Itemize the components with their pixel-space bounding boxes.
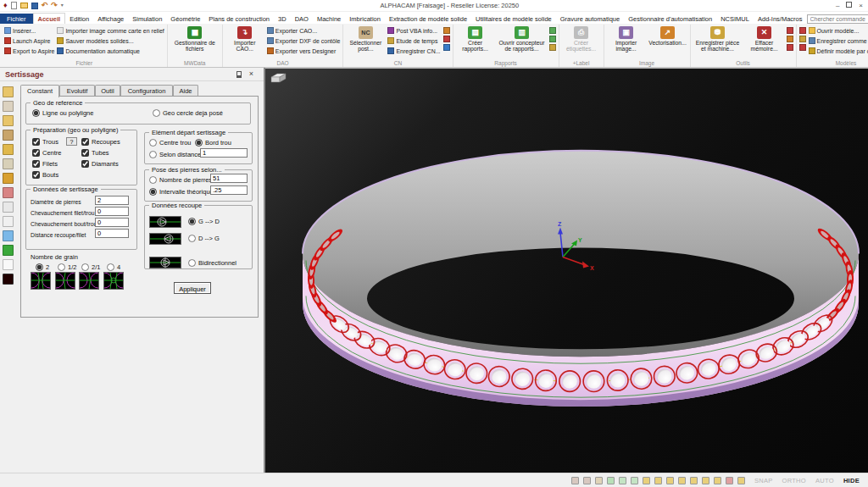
checkbox-centre[interactable]: Centre	[32, 149, 62, 157]
nombre-pierres-input[interactable]	[210, 174, 248, 183]
enregistrer-modele-button[interactable]: Enregistrer comme modèle...	[809, 36, 868, 46]
radio-grain-2[interactable]: 2	[36, 263, 49, 271]
tab-addins[interactable]: Add-Ins/Macros	[754, 14, 807, 24]
workplane-toggle-icon[interactable]	[737, 477, 745, 484]
enregistrer-cn-button[interactable]: Enregistrer CN...	[387, 46, 440, 56]
exporter-designer-button[interactable]: Exporter vers Designer	[267, 46, 341, 56]
outils-extra-3-icon[interactable]	[787, 44, 793, 51]
etude-temps-button[interactable]: Etude de temps	[387, 36, 440, 46]
grain-preview-2[interactable]	[55, 272, 75, 290]
radio-recoupe-dg[interactable]: D --> G	[188, 235, 220, 242]
modele-defaut-button[interactable]: Définir modèle par défaut...	[809, 46, 868, 56]
radio-geo-cercle[interactable]: Geo cercle deja posé	[153, 109, 223, 117]
radio-grain-2-1[interactable]: 2/1	[81, 263, 100, 271]
cn-extra-3-icon[interactable]	[443, 44, 450, 51]
tab-dao[interactable]: DAO	[291, 14, 313, 24]
ouvrir-modele-button[interactable]: Ouvrir modèle...	[809, 25, 868, 36]
panel-tab-evolutif[interactable]: Evolutif	[59, 85, 95, 97]
creer-rapports-button[interactable]: ▤ Créer rapports...	[456, 25, 495, 53]
cube-top-icon[interactable]	[643, 477, 650, 484]
exporter-dxf-button[interactable]: Exporter DXF de contôle	[267, 36, 341, 46]
cube-front-icon[interactable]	[654, 477, 662, 484]
radio-centre-trou[interactable]: Centre trou	[149, 139, 192, 147]
tab-imbrication[interactable]: Imbrication	[345, 14, 385, 24]
modeles-extra-3-icon[interactable]	[799, 44, 806, 51]
cube-back-icon[interactable]	[690, 477, 698, 484]
search-input[interactable]	[808, 16, 868, 22]
educ-nc-icon[interactable]	[3, 216, 14, 227]
rapports-extra-2-icon[interactable]	[549, 36, 556, 42]
favorites-heart-icon[interactable]	[3, 274, 14, 285]
radio-recoupe-gd[interactable]: G --> D	[188, 218, 220, 225]
appliquer-button[interactable]: Appliquer	[174, 282, 211, 294]
radio-grain-4[interactable]: 4	[107, 263, 120, 271]
chev-bout-input[interactable]	[95, 218, 129, 227]
save-icon[interactable]	[31, 3, 38, 9]
intervalle-input[interactable]	[210, 185, 248, 195]
axis-vertical-icon[interactable]	[631, 477, 638, 484]
rapports-extra-3-icon[interactable]	[549, 44, 556, 51]
panel-close-icon[interactable]: ×	[249, 69, 253, 78]
cube-left-icon[interactable]	[666, 477, 674, 484]
folder-icon[interactable]	[3, 86, 14, 97]
selectionner-post-button[interactable]: NC Sélectionner post...	[346, 25, 385, 53]
enregistrer-piece-button[interactable]: ⛃ Enregistrer pièce et machine...	[693, 25, 743, 53]
restore-button[interactable]	[846, 2, 852, 8]
open-folder-icon[interactable]	[3, 115, 14, 126]
grain-preview-3[interactable]	[79, 272, 99, 290]
panel-tab-constant[interactable]: Constant	[20, 85, 59, 97]
auto-toggle[interactable]: AUTO	[815, 477, 834, 484]
radio-selon-distance[interactable]: Selon distance	[149, 151, 201, 158]
vectorisation-button[interactable]: ↗ Vectorisation...	[648, 25, 687, 46]
panel-tab-aide[interactable]: Aide	[173, 85, 198, 97]
checkbox-recoupes[interactable]: Recoupes	[81, 138, 120, 146]
importer-image-button[interactable]: ▣ Importer image...	[607, 25, 646, 53]
chev-filet-input[interactable]	[95, 207, 129, 216]
distance-input[interactable]	[200, 148, 248, 158]
post-vba-button[interactable]: Post VBA info...	[387, 25, 440, 36]
panel-tab-outil[interactable]: Outil	[95, 85, 120, 97]
exporter-cao-button[interactable]: Exporter CAO...	[267, 25, 341, 36]
gestionnaire-fichiers-button[interactable]: ▦ Gestionnaire de fichiers	[170, 25, 220, 53]
snap-toggle[interactable]: SNAP	[754, 477, 773, 484]
workplane-icon[interactable]	[271, 74, 286, 82]
export-aspire-button[interactable]: Export to Aspire	[4, 46, 54, 56]
zoom-window-icon[interactable]	[595, 477, 603, 484]
ortho-toggle[interactable]: ORTHO	[782, 477, 806, 484]
save-as-icon[interactable]	[3, 144, 14, 155]
hide-toggle[interactable]: HIDE	[843, 477, 860, 484]
outils-extra-2-icon[interactable]	[787, 36, 793, 42]
cube-iso-icon[interactable]	[714, 477, 721, 484]
grain-preview-1[interactable]	[31, 272, 51, 290]
tab-extraction[interactable]: Extraction de modèle solide	[385, 14, 471, 24]
globe-icon[interactable]	[3, 245, 14, 256]
checkbox-diamants[interactable]: Diamants	[81, 160, 119, 168]
tab-simulation[interactable]: Simulation	[128, 14, 166, 24]
checkbox-filets[interactable]: Filets	[32, 160, 58, 168]
cube-right-icon[interactable]	[678, 477, 686, 484]
iso-view-icon[interactable]	[571, 477, 579, 484]
plumb-icon[interactable]	[726, 477, 733, 484]
diametre-input[interactable]	[95, 196, 129, 205]
tab-utilitaires[interactable]: Utilitaires de modèle solide	[471, 14, 556, 24]
panel-tab-configuration[interactable]: Configuration	[120, 85, 173, 97]
tab-gravure[interactable]: Gravure automatique	[556, 14, 624, 24]
pin-icon[interactable]	[236, 71, 242, 78]
screw-icon[interactable]	[3, 173, 14, 184]
ouvrir-concepteur-button[interactable]: ▥ Ouvrir concepteur de rapports...	[498, 25, 547, 53]
cube-bottom-icon[interactable]	[702, 477, 709, 484]
importer-cao-button[interactable]: ↴ Importer CAO...	[225, 25, 264, 53]
radio-nombre-pierres[interactable]: Nombre de pierres	[149, 176, 212, 184]
document-icon[interactable]	[3, 259, 14, 270]
minimize-button[interactable]: –	[836, 2, 839, 9]
tab-edition[interactable]: Edition	[65, 14, 93, 24]
auto-doc-button[interactable]: Documentation automatique	[57, 46, 164, 56]
modeles-extra-1-icon[interactable]	[799, 27, 806, 34]
cn-extra-2-icon[interactable]	[443, 36, 450, 42]
radio-intervalle[interactable]: Intervalle théorique	[149, 188, 214, 196]
tab-3d[interactable]: 3D	[274, 14, 291, 24]
axis-horizontal-icon[interactable]	[619, 477, 626, 484]
clamp-tool-icon[interactable]	[3, 130, 14, 141]
close-button[interactable]: ×	[859, 2, 863, 9]
tab-ncsimul[interactable]: NCSIMUL	[716, 14, 754, 24]
